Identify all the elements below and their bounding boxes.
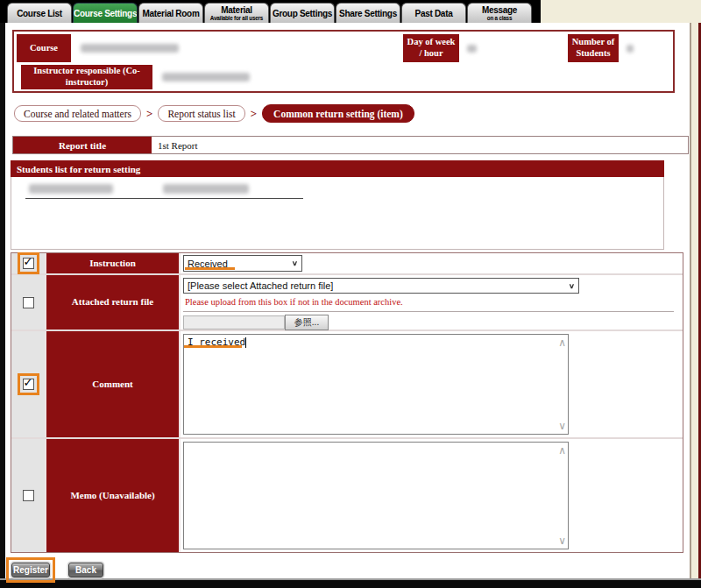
redacted-student-name	[163, 184, 249, 194]
attached-file-checkbox[interactable]	[23, 297, 34, 308]
comment-annotation-underline	[184, 345, 242, 348]
instruction-row: Instruction Received ∨	[11, 253, 683, 273]
redacted-course-name	[81, 44, 179, 53]
breadcrumb-course-and-related-matters[interactable]: Course and related matters	[14, 105, 141, 122]
day-of-week-label: Day of week / hour	[403, 34, 459, 62]
report-title-row: Report title 1st Report	[12, 136, 689, 154]
page-right-divider	[690, 23, 691, 578]
register-button[interactable]: Register	[11, 563, 50, 577]
comment-label: Comment	[46, 331, 181, 437]
tab-course-list[interactable]: Course List	[7, 3, 72, 23]
comment-textarea[interactable]: I received ∧ ∨	[183, 334, 569, 435]
scroll-up-icon[interactable]: ∧	[558, 445, 566, 456]
tab-bar: Course List Course Settings Material Roo…	[0, 0, 541, 23]
chevron-down-icon: ∨	[569, 282, 575, 290]
comment-checkbox-cell	[11, 331, 46, 437]
number-of-students-label: Number of Students	[568, 34, 619, 62]
tab-label: Group Settings	[271, 9, 334, 18]
comment-checkbox[interactable]	[23, 379, 34, 390]
tab-label: Material Room	[139, 9, 202, 18]
tab-label: Material	[205, 5, 268, 15]
breadcrumb-report-status-list[interactable]: Report status list	[158, 105, 244, 122]
tab-label: Message	[468, 5, 531, 15]
tab-message[interactable]: Message on a class	[467, 3, 532, 23]
attached-file-note: Please upload from this box if not in th…	[185, 297, 403, 307]
browse-button[interactable]: 参照...	[285, 315, 329, 330]
tab-material-room[interactable]: Material Room	[138, 3, 203, 23]
attached-file-select[interactable]: [Please select Attached return file] ∨	[183, 278, 579, 294]
chevron-down-icon: ∨	[292, 259, 298, 267]
number-of-students-value	[621, 34, 670, 62]
file-upload-field[interactable]	[183, 315, 285, 329]
scroll-up-icon[interactable]: ∧	[558, 337, 566, 348]
instruction-content: Received ∨	[181, 253, 683, 273]
course-header-table: Course Day of week / hour Number of Stud…	[12, 30, 675, 93]
tab-group-settings[interactable]: Group Settings	[270, 3, 335, 23]
breadcrumb-common-return-setting: Common return setting (item)	[262, 104, 414, 123]
attached-file-content: [Please select Attached return file] ∨ P…	[181, 275, 683, 329]
memo-content: ∧ ∨	[181, 439, 683, 552]
attached-file-select-value: [Please select Attached return file]	[188, 280, 333, 291]
report-title-label: Report title	[13, 137, 152, 153]
tab-label: Share Settings	[336, 9, 400, 18]
instruction-label: Instruction	[46, 253, 181, 273]
tab-sublabel: Available for all users	[205, 15, 268, 21]
tab-share-settings[interactable]: Share Settings	[336, 3, 400, 23]
tab-label: Past Data	[402, 9, 465, 18]
comment-row: Comment I received ∧ ∨	[11, 329, 683, 437]
received-annotation-underline	[185, 267, 235, 270]
redacted-student-name	[29, 184, 113, 194]
return-setting-form: Instruction Received ∨ Attached return f…	[11, 252, 683, 553]
chevron-separator-icon: >	[251, 107, 257, 121]
students-list-header: Students list for return setting	[11, 160, 664, 177]
chevron-separator-icon: >	[146, 107, 152, 121]
memo-textarea[interactable]: ∧ ∨	[183, 442, 569, 549]
comment-content: I received ∧ ∨	[181, 331, 683, 437]
redacted-instructor-name	[162, 73, 250, 81]
attached-file-divider	[183, 311, 674, 312]
student-names-underline	[25, 198, 303, 199]
scroll-down-icon[interactable]: ∨	[558, 421, 566, 431]
memo-label: Memo (Unavailable)	[46, 439, 181, 552]
tab-sublabel: on a class	[468, 15, 531, 21]
instructor-value	[155, 65, 670, 89]
redacted-students-count	[627, 45, 634, 53]
students-list-box	[11, 177, 664, 250]
report-title-value: 1st Report	[152, 137, 688, 153]
course-label: Course	[17, 34, 71, 62]
tab-course-settings[interactable]: Course Settings	[73, 3, 138, 23]
memo-checkbox[interactable]	[23, 490, 34, 501]
tab-label: Course Settings	[74, 9, 137, 18]
breadcrumb: Course and related matters > Report stat…	[14, 104, 414, 123]
attached-file-label: Attached return file	[46, 275, 181, 329]
attached-file-checkbox-cell	[11, 275, 46, 329]
scroll-down-icon[interactable]: ∨	[558, 535, 566, 546]
redacted-day-value	[467, 45, 477, 53]
instruction-checkbox[interactable]	[23, 258, 34, 269]
text-caret	[245, 337, 246, 348]
tab-label: Course List	[8, 9, 71, 18]
page-bottom-edge	[0, 580, 701, 588]
back-button[interactable]: Back	[68, 563, 103, 577]
tab-past-data[interactable]: Past Data	[401, 3, 466, 23]
memo-checkbox-cell	[11, 439, 46, 552]
instruction-checkbox-cell	[11, 253, 46, 273]
course-header-row2: Instructor responsible (Co-instructor)	[17, 65, 670, 89]
course-value	[74, 34, 400, 62]
attached-file-row: Attached return file [Please select Atta…	[11, 273, 683, 329]
instructor-label: Instructor responsible (Co-instructor)	[21, 65, 152, 89]
tab-material[interactable]: Material Available for all users	[204, 3, 269, 23]
course-header-row1: Course Day of week / hour Number of Stud…	[17, 34, 670, 62]
memo-row: Memo (Unavailable) ∧ ∨	[11, 437, 683, 552]
day-of-week-value	[462, 34, 565, 62]
